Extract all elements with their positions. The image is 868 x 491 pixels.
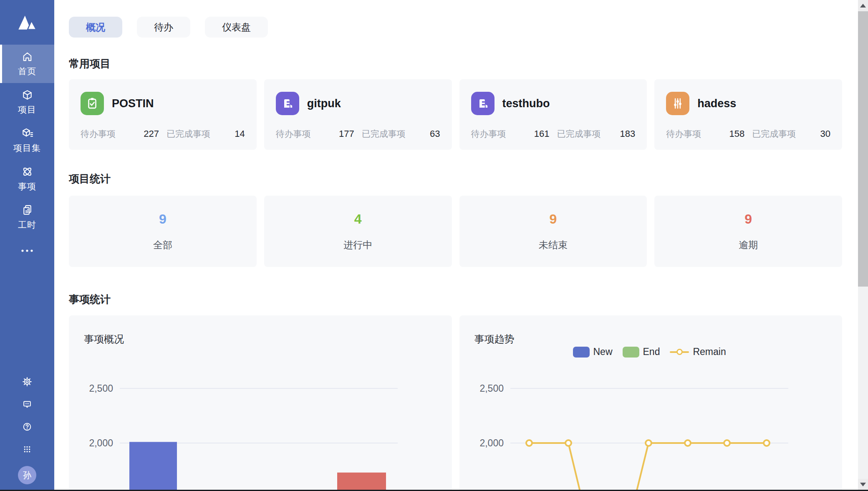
section-title-item-stats: 事项统计 <box>69 292 842 306</box>
done-label: 已完成事项 <box>167 128 210 140</box>
stat-card-all[interactable]: 9 全部 <box>69 196 257 267</box>
sidebar-nav: 首页 项目 项目集 <box>0 45 54 266</box>
todo-value: 158 <box>729 128 744 139</box>
help-icon[interactable] <box>21 421 33 433</box>
bar-chart: 2,5002,0001,500 <box>69 315 452 491</box>
repo-building-icon <box>471 92 495 115</box>
home-icon <box>21 50 34 63</box>
legend-item-end[interactable]: End <box>623 346 660 358</box>
done-value: 183 <box>620 128 636 139</box>
stat-label: 未结束 <box>539 239 568 252</box>
todo-label: 待办事项 <box>666 128 701 140</box>
project-card-testhubo[interactable]: testhubo 待办事项 161 已完成事项 183 <box>459 79 647 150</box>
scroll-up-button[interactable] <box>858 0 868 11</box>
repo-building-icon <box>276 92 299 115</box>
stat-label: 逾期 <box>739 239 758 252</box>
done-value: 63 <box>430 128 440 139</box>
cube-icon <box>21 88 34 101</box>
main-content: 概况 待办 仪表盘 常用项目 POSTIN <box>54 0 858 491</box>
scrollbar-thumb[interactable] <box>858 11 868 287</box>
stat-label: 全部 <box>153 239 172 252</box>
stat-value: 9 <box>159 212 167 227</box>
project-name: gitpuk <box>307 97 341 110</box>
sidebar-item-label: 首页 <box>18 65 36 77</box>
crossed-loops-icon <box>21 165 34 178</box>
todo-value: 177 <box>339 128 354 139</box>
done-label: 已完成事项 <box>557 128 601 140</box>
stat-value: 4 <box>354 212 362 227</box>
stat-card-overdue[interactable]: 9 逾期 <box>654 196 842 267</box>
view-tabs: 概况 待办 仪表盘 <box>69 17 842 38</box>
item-trend-chart-card: 事项趋势 New End Remain 2,5002,0001,5 <box>459 315 843 491</box>
stat-value: 9 <box>549 212 557 227</box>
documents-icon <box>21 204 34 217</box>
project-card-hadess[interactable]: hadess 待办事项 158 已完成事项 30 <box>654 79 842 150</box>
todo-label: 待办事项 <box>81 128 116 140</box>
svg-text:2,000: 2,000 <box>479 438 504 448</box>
user-avatar[interactable]: 孙 <box>18 466 36 484</box>
done-label: 已完成事项 <box>362 128 406 140</box>
stat-label: 进行中 <box>343 239 372 252</box>
legend-label: End <box>643 346 660 358</box>
cube-list-icon <box>21 127 34 140</box>
sidebar-item-projects[interactable]: 项目 <box>0 83 54 121</box>
sidebar-more-button[interactable] <box>0 237 54 266</box>
legend-swatch-new <box>573 347 590 358</box>
ellipsis-icon <box>20 247 34 255</box>
tab-overview[interactable]: 概况 <box>69 17 122 38</box>
tab-todo[interactable]: 待办 <box>137 17 190 38</box>
sidebar-item-label: 事项 <box>18 181 36 192</box>
svg-text:2,000: 2,000 <box>89 438 113 448</box>
legend-item-new[interactable]: New <box>573 346 613 358</box>
stat-value: 9 <box>744 212 752 227</box>
todo-label: 待办事项 <box>471 128 506 140</box>
section-title-project-stats: 项目统计 <box>69 172 842 186</box>
app-logo[interactable] <box>0 0 54 45</box>
project-name: hadess <box>697 97 736 110</box>
project-card-gitpuk[interactable]: gitpuk 待办事项 177 已完成事项 63 <box>264 79 452 150</box>
sidebar: 首页 项目 项目集 <box>0 0 54 491</box>
legend-label: New <box>593 346 613 358</box>
todo-value: 161 <box>534 128 550 139</box>
apps-grid-icon[interactable] <box>21 443 33 455</box>
tab-dashboard[interactable]: 仪表盘 <box>205 17 268 38</box>
chart-legend: New End Remain <box>573 346 726 358</box>
sidebar-item-label: 项目集 <box>13 142 41 154</box>
done-label: 已完成事项 <box>752 128 796 140</box>
section-title-frequent-projects: 常用项目 <box>69 57 842 71</box>
app-window: 首页 项目 项目集 <box>0 0 868 491</box>
sidebar-item-home[interactable]: 首页 <box>0 45 54 83</box>
item-overview-chart-card: 事项概况 2,5002,0001,500 <box>69 315 452 491</box>
clipboard-check-icon <box>81 92 104 115</box>
feedback-chat-icon[interactable] <box>21 398 33 410</box>
project-card-postin[interactable]: POSTIN 待办事项 227 已完成事项 14 <box>69 79 257 150</box>
legend-line-marker-icon <box>670 349 689 355</box>
done-value: 14 <box>235 128 245 139</box>
legend-swatch-end <box>623 347 639 358</box>
legend-item-remain[interactable]: Remain <box>670 346 726 358</box>
project-stat-cards: 9 全部 4 进行中 9 未结束 9 逾期 <box>69 196 842 267</box>
stat-card-in-progress[interactable]: 4 进行中 <box>264 196 452 267</box>
project-name: testhubo <box>502 97 550 110</box>
chart-cards: 事项概况 2,5002,0001,500 事项趋势 New End <box>69 315 842 491</box>
scroll-down-button[interactable] <box>858 479 868 490</box>
line-chart: 2,5002,0001,500 <box>459 315 843 491</box>
svg-text:2,500: 2,500 <box>89 383 113 394</box>
mountain-logo-icon <box>16 12 38 33</box>
settings-gear-icon[interactable] <box>21 376 33 388</box>
chart-title: 事项趋势 <box>474 332 515 346</box>
project-name: POSTIN <box>112 97 154 110</box>
svg-text:2,500: 2,500 <box>479 383 504 394</box>
sidebar-item-project-sets[interactable]: 项目集 <box>0 121 54 160</box>
project-cards: POSTIN 待办事项 227 已完成事项 14 <box>69 79 842 150</box>
vertical-scrollbar[interactable] <box>858 0 868 491</box>
sidebar-item-label: 项目 <box>18 104 36 116</box>
sidebar-item-items[interactable]: 事项 <box>0 160 54 198</box>
todo-label: 待办事项 <box>276 128 311 140</box>
sidebar-footer: 孙 <box>0 376 54 491</box>
sidebar-item-worktime[interactable]: 工时 <box>0 198 54 237</box>
scroll-down-arrow-icon <box>860 483 866 486</box>
stat-card-unfinished[interactable]: 9 未结束 <box>459 196 647 267</box>
legend-label: Remain <box>693 346 726 358</box>
sidebar-item-label: 工时 <box>18 219 36 231</box>
